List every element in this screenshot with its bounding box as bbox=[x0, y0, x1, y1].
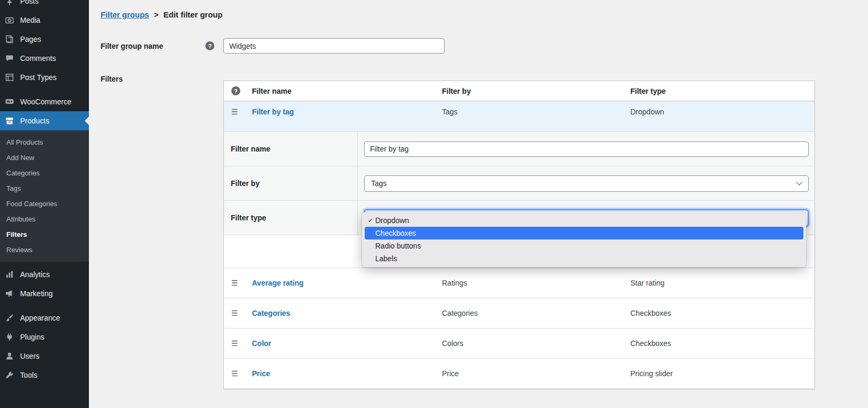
sidebar-item-reviews[interactable]: Reviews bbox=[0, 242, 89, 258]
cell-filter-by: Ratings bbox=[442, 279, 630, 287]
table-header-row: ? Filter name Filter by Filter type bbox=[224, 81, 815, 101]
menu-option-labels[interactable]: Labels bbox=[365, 252, 803, 265]
sidebar-item-marketing[interactable]: Marketing bbox=[0, 284, 89, 303]
filter-name-input[interactable] bbox=[364, 141, 809, 157]
sidebar-item-label: Plugins bbox=[20, 333, 44, 341]
sidebar-item-plugins[interactable]: Plugins bbox=[0, 327, 89, 347]
breadcrumb: Filter groups > Edit filter group bbox=[101, 10, 222, 19]
marketing-icon bbox=[4, 288, 15, 299]
filter-link-filter-by-tag[interactable]: Filter by tag bbox=[252, 108, 294, 116]
filter-by-label: Filter by bbox=[224, 166, 358, 200]
drag-handle-icon[interactable]: ☰ bbox=[231, 339, 238, 348]
help-icon[interactable]: ? bbox=[205, 41, 214, 50]
sidebar-item-label: Analytics bbox=[20, 270, 50, 279]
table-row-color[interactable]: ☰ Color Colors Checkboxes bbox=[224, 329, 815, 359]
pin-icon bbox=[4, 0, 15, 6]
submenu-item-label: Reviews bbox=[6, 246, 32, 254]
drag-handle-icon[interactable]: ☰ bbox=[231, 369, 238, 378]
filter-link-categories[interactable]: Categories bbox=[252, 309, 290, 317]
main-content: Filter groups > Edit filter group Filter… bbox=[89, 0, 868, 408]
help-icon[interactable]: ? bbox=[231, 86, 240, 95]
table-row-categories[interactable]: ☰ Categories Categories Checkboxes bbox=[224, 298, 815, 329]
breadcrumb-current: Edit filter group bbox=[164, 10, 223, 19]
sidebar-item-posts[interactable]: Posts bbox=[0, 0, 89, 11]
post-types-icon bbox=[4, 72, 15, 83]
sidebar-item-label: Pages bbox=[20, 35, 41, 43]
menu-option-label: Dropdown bbox=[375, 216, 409, 225]
tools-icon bbox=[4, 370, 15, 380]
drag-handle-icon[interactable]: ☰ bbox=[231, 309, 238, 317]
submenu-item-label: Filters bbox=[6, 230, 27, 238]
page: Posts Media Pages Comments Post Types bbox=[0, 0, 868, 408]
sidebar-item-woocommerce[interactable]: WooCommerce bbox=[0, 92, 89, 111]
column-header-filter-by: Filter by bbox=[442, 87, 630, 95]
sidebar-item-all-products[interactable]: All Products bbox=[0, 135, 89, 150]
sidebar-item-appearance[interactable]: Appearance bbox=[0, 308, 89, 327]
sidebar-item-add-new[interactable]: Add New bbox=[0, 150, 89, 165]
sidebar-item-categories[interactable]: Categories bbox=[0, 165, 89, 181]
submenu-item-label: Add New bbox=[6, 154, 34, 162]
cell-filter-by: Colors bbox=[442, 339, 630, 348]
sidebar-item-label: Appearance bbox=[20, 314, 60, 322]
menu-option-checkboxes[interactable]: Checkboxes bbox=[365, 227, 803, 240]
sidebar-item-comments[interactable]: Comments bbox=[0, 49, 89, 68]
sidebar-item-filters[interactable]: Filters bbox=[0, 227, 89, 242]
sidebar-item-pages[interactable]: Pages bbox=[0, 30, 89, 49]
menu-option-label: Checkboxes bbox=[375, 229, 416, 237]
sidebar-item-attributes[interactable]: Attributes bbox=[0, 211, 89, 227]
sidebar-item-label: Posts bbox=[20, 0, 39, 5]
submenu-item-label: Food Categories bbox=[6, 200, 57, 208]
media-icon bbox=[4, 15, 15, 25]
cell-filter-type: Checkboxes bbox=[630, 309, 815, 317]
submenu-item-label: Tags bbox=[6, 184, 21, 192]
table-row-average-rating[interactable]: ☰ Average rating Ratings Star rating bbox=[224, 268, 815, 298]
chevron-down-icon bbox=[796, 179, 802, 185]
menu-option-dropdown[interactable]: ✓ Dropdown bbox=[365, 214, 803, 227]
cell-filter-by: Categories bbox=[442, 309, 630, 317]
sidebar-item-post-types[interactable]: Post Types bbox=[0, 68, 89, 87]
filter-group-name-label: Filter group name bbox=[101, 42, 163, 50]
cell-filter-type: Dropdown bbox=[630, 108, 815, 116]
sidebar-item-analytics[interactable]: Analytics bbox=[0, 265, 89, 284]
filter-group-name-input[interactable] bbox=[223, 38, 445, 54]
sidebar-item-label: Media bbox=[20, 16, 40, 24]
drag-handle-icon[interactable]: ☰ bbox=[231, 108, 238, 116]
sidebar-item-tags[interactable]: Tags bbox=[0, 181, 89, 196]
sidebar-item-food-categories[interactable]: Food Categories bbox=[0, 196, 89, 211]
sidebar-item-label: Post Types bbox=[20, 73, 57, 82]
check-icon: ✓ bbox=[366, 217, 375, 224]
drag-handle-icon[interactable]: ☰ bbox=[231, 279, 238, 287]
editor-row-filter-name: Filter name bbox=[224, 132, 815, 166]
filter-by-select[interactable]: Tags bbox=[364, 175, 809, 192]
products-submenu: All Products Add New Categories Tags Foo… bbox=[0, 130, 89, 262]
filter-type-label: Filter type bbox=[224, 201, 358, 235]
pages-icon bbox=[4, 34, 15, 45]
table-row-price[interactable]: ☰ Price Price Pricing slider bbox=[224, 359, 815, 389]
sidebar-item-tools[interactable]: Tools bbox=[0, 366, 89, 385]
sidebar-item-label: Users bbox=[20, 352, 40, 360]
cell-filter-type: Star rating bbox=[630, 279, 815, 287]
sidebar-item-label: Comments bbox=[20, 54, 56, 63]
menu-option-radio-buttons[interactable]: Radio buttons bbox=[365, 240, 803, 252]
sidebar-item-label: Products bbox=[20, 117, 49, 125]
column-header-filter-type: Filter type bbox=[630, 87, 815, 95]
cell-filter-by: Tags bbox=[442, 108, 630, 116]
woocommerce-icon bbox=[4, 96, 15, 107]
submenu-item-label: All Products bbox=[6, 138, 43, 146]
analytics-icon bbox=[4, 269, 15, 280]
appearance-icon bbox=[4, 313, 15, 323]
filter-link-average-rating[interactable]: Average rating bbox=[252, 279, 304, 287]
column-header-filter-name: Filter name bbox=[252, 87, 442, 95]
breadcrumb-link-filter-groups[interactable]: Filter groups bbox=[101, 10, 149, 19]
filter-link-price[interactable]: Price bbox=[252, 369, 270, 378]
menu-option-label: Radio buttons bbox=[375, 242, 421, 250]
users-icon bbox=[4, 351, 15, 361]
plugins-icon bbox=[4, 332, 15, 342]
cell-filter-by: Price bbox=[442, 369, 630, 378]
sidebar-item-media[interactable]: Media bbox=[0, 11, 89, 30]
sidebar-item-users[interactable]: Users bbox=[0, 347, 89, 366]
sidebar-item-products[interactable]: Products bbox=[0, 111, 89, 130]
table-row-filter-by-tag[interactable]: ☰ Filter by tag Tags Dropdown bbox=[224, 101, 815, 132]
filter-type-dropdown-menu: ✓ Dropdown Checkboxes Radio buttons Labe… bbox=[362, 212, 806, 267]
filter-link-color[interactable]: Color bbox=[252, 339, 272, 348]
